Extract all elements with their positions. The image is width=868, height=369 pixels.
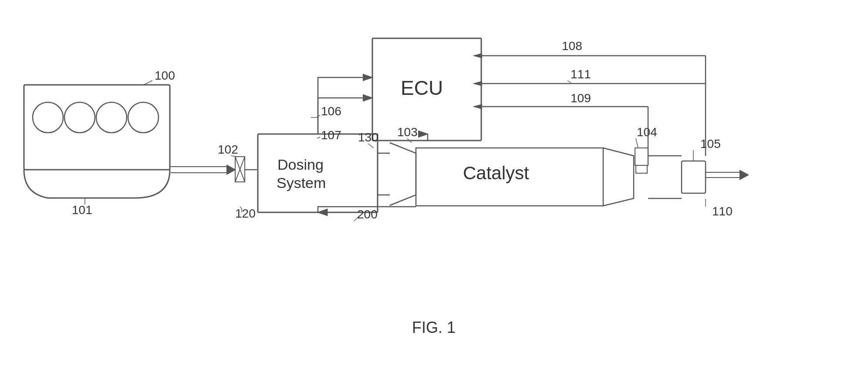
ref-108: 108 [562,39,582,53]
ref-101: 101 [72,203,92,217]
ref-107: 107 [321,128,341,142]
catalyst-text: Catalyst [463,163,529,183]
ref-109: 109 [571,91,591,105]
ref-130: 130 [358,131,378,144]
dosing-label1: Dosing [277,156,324,173]
svg-rect-35 [0,0,868,369]
ref-100: 100 [155,69,175,82]
ref-104: 104 [637,125,657,139]
ref-111: 111 [571,67,591,81]
ref-102: 102 [218,143,238,156]
dosing-label2: System [277,174,326,191]
diagram-container: 100 101 102 Dosing System 120 ECU 106 10… [0,0,868,369]
ref-200: 200 [357,208,378,221]
ref-103: 103 [397,125,418,139]
ref-106: 106 [321,104,341,118]
ecu-label: ECU [401,77,443,99]
ref-105: 105 [700,137,721,151]
ref-120: 120 [235,207,256,220]
ref-110: 110 [712,205,733,218]
fig-title: FIG. 1 [412,319,456,336]
